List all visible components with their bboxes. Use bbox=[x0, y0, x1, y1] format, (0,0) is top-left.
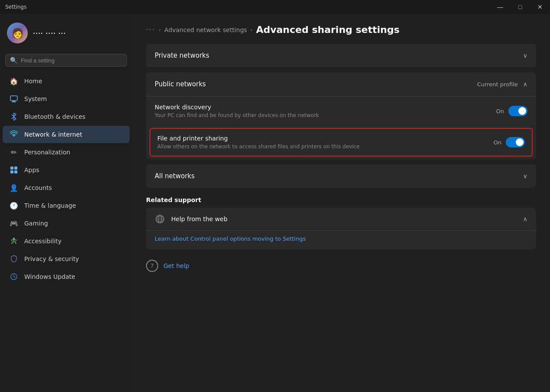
sidebar-item-time[interactable]: 🕐 Time & language bbox=[3, 197, 130, 214]
privacy-icon bbox=[10, 255, 18, 263]
related-support-title: Related support bbox=[146, 196, 536, 203]
network-discovery-info: Network discovery Your PC can find and b… bbox=[155, 104, 319, 118]
all-networks-header[interactable]: All networks ∨ bbox=[146, 164, 536, 188]
related-support: Related support Hel bbox=[146, 196, 536, 279]
sidebar-label-personalization: Personalization bbox=[24, 149, 70, 156]
accessibility-icon bbox=[10, 237, 18, 245]
profile-info: ···· ···· ··· bbox=[33, 30, 66, 36]
network-icon bbox=[10, 130, 18, 139]
help-from-web-link[interactable]: Learn about Control panel options moving… bbox=[155, 235, 306, 242]
sidebar-label-gaming: Gaming bbox=[24, 220, 48, 227]
title-bar-left: Settings bbox=[5, 4, 26, 10]
private-networks-header[interactable]: Private networks ∨ bbox=[146, 44, 536, 67]
private-networks-section: Private networks ∨ bbox=[146, 44, 536, 67]
sidebar-label-update: Windows Update bbox=[24, 273, 75, 280]
sidebar-label-privacy: Privacy & security bbox=[24, 255, 79, 262]
apps-icon bbox=[10, 166, 18, 174]
help-from-web-header-left: Help from the web bbox=[155, 214, 228, 224]
sidebar-label-home: Home bbox=[24, 78, 42, 85]
sidebar-item-network[interactable]: Network & internet bbox=[3, 126, 130, 143]
sidebar-item-home[interactable]: 🏠 Home bbox=[3, 72, 130, 90]
sidebar-label-apps: Apps bbox=[24, 167, 39, 173]
svg-point-7 bbox=[13, 238, 15, 239]
accounts-icon: 👤 bbox=[10, 183, 18, 192]
network-discovery-desc: Your PC can find and be found by other d… bbox=[155, 112, 319, 118]
file-sharing-wrapper: File and printer sharing Allow others on… bbox=[146, 125, 536, 159]
sidebar-item-personalization[interactable]: ✏ Personalization bbox=[3, 144, 130, 161]
all-networks-chevron-icon: ∨ bbox=[523, 173, 527, 180]
update-icon bbox=[10, 272, 18, 281]
get-help-icon: ? bbox=[146, 260, 158, 272]
search-container: 🔍 bbox=[0, 50, 132, 72]
network-discovery-title: Network discovery bbox=[155, 104, 319, 111]
gaming-icon: 🎮 bbox=[10, 219, 18, 228]
sidebar-item-privacy[interactable]: Privacy & security bbox=[3, 250, 130, 268]
svg-rect-5 bbox=[10, 170, 13, 173]
sidebar-nav: 🏠 Home System B bbox=[0, 72, 132, 286]
title-bar: Settings — □ ✕ bbox=[0, 0, 550, 14]
app-title: Settings bbox=[5, 4, 26, 10]
file-sharing-title: File and printer sharing bbox=[157, 135, 360, 142]
public-networks-chevron-icon: ∧ bbox=[523, 81, 527, 88]
public-networks-header-right: Current profile ∧ bbox=[477, 81, 527, 88]
all-networks-section: All networks ∨ bbox=[146, 164, 536, 188]
breadcrumb: ··· › Advanced network settings › Advanc… bbox=[146, 24, 536, 35]
file-sharing-row-highlighted: File and printer sharing Allow others on… bbox=[150, 128, 533, 157]
get-help-label[interactable]: Get help bbox=[163, 262, 189, 269]
help-from-web-header[interactable]: Help from the web ∧ bbox=[146, 208, 536, 230]
search-icon: 🔍 bbox=[10, 57, 17, 64]
sidebar-label-bluetooth: Bluetooth & devices bbox=[24, 113, 85, 120]
minimize-button[interactable]: — bbox=[490, 0, 510, 14]
private-networks-chevron-icon: ∨ bbox=[523, 52, 527, 59]
get-help-row[interactable]: ? Get help bbox=[146, 253, 536, 279]
all-networks-label: All networks bbox=[155, 172, 195, 180]
sidebar-item-accounts[interactable]: 👤 Accounts bbox=[3, 179, 130, 196]
close-button[interactable]: ✕ bbox=[530, 0, 550, 14]
system-icon bbox=[10, 95, 18, 103]
sidebar-item-gaming[interactable]: 🎮 Gaming bbox=[3, 215, 130, 232]
breadcrumb-separator1: › bbox=[159, 27, 161, 33]
sidebar-label-accounts: Accounts bbox=[24, 184, 52, 191]
svg-rect-6 bbox=[14, 170, 17, 173]
sidebar-item-update[interactable]: Windows Update bbox=[3, 268, 130, 285]
time-icon: 🕐 bbox=[10, 201, 18, 210]
sidebar-item-accessibility[interactable]: Accessibility bbox=[3, 232, 130, 250]
sidebar-label-system: System bbox=[24, 95, 47, 102]
current-profile-label: Current profile bbox=[477, 81, 518, 88]
sidebar-profile: 🧑 ···· ···· ··· bbox=[0, 14, 132, 50]
svg-rect-4 bbox=[14, 167, 17, 170]
network-discovery-row: Network discovery Your PC can find and b… bbox=[146, 96, 536, 125]
title-bar-controls: — □ ✕ bbox=[490, 0, 550, 14]
private-networks-label: Private networks bbox=[155, 52, 209, 59]
sidebar-label-accessibility: Accessibility bbox=[24, 238, 62, 245]
breadcrumb-separator2: › bbox=[251, 27, 253, 33]
breadcrumb-parent-link[interactable]: Advanced network settings bbox=[164, 26, 247, 33]
main-content: ··· › Advanced network settings › Advanc… bbox=[132, 14, 550, 392]
file-sharing-control: On bbox=[494, 137, 525, 147]
public-networks-header[interactable]: Public networks Current profile ∧ bbox=[146, 72, 536, 96]
file-sharing-toggle[interactable] bbox=[506, 137, 525, 147]
search-box[interactable]: 🔍 bbox=[5, 54, 127, 67]
maximize-button[interactable]: □ bbox=[510, 0, 530, 14]
file-sharing-info: File and printer sharing Allow others on… bbox=[157, 135, 360, 150]
help-from-web-chevron-icon: ∧ bbox=[523, 216, 527, 222]
network-discovery-toggle[interactable] bbox=[508, 106, 527, 116]
sidebar-item-apps[interactable]: Apps bbox=[3, 161, 130, 179]
search-input[interactable] bbox=[21, 57, 122, 64]
page-title: Advanced sharing settings bbox=[256, 24, 400, 35]
sidebar-item-system[interactable]: System bbox=[3, 90, 130, 108]
sidebar-label-time: Time & language bbox=[24, 202, 76, 209]
avatar: 🧑 bbox=[7, 23, 28, 43]
public-networks-section: Public networks Current profile ∧ Networ… bbox=[146, 72, 536, 159]
help-from-web-label: Help from the web bbox=[171, 216, 228, 222]
network-discovery-control: On bbox=[496, 106, 527, 116]
file-sharing-state: On bbox=[494, 139, 501, 146]
sidebar: 🧑 ···· ···· ··· 🔍 🏠 Home bbox=[0, 14, 132, 392]
bluetooth-icon bbox=[10, 112, 18, 121]
sidebar-item-bluetooth[interactable]: Bluetooth & devices bbox=[3, 108, 130, 125]
profile-name: ···· ···· ··· bbox=[33, 30, 66, 36]
public-networks-label: Public networks bbox=[155, 80, 206, 88]
network-discovery-state: On bbox=[496, 108, 504, 114]
svg-rect-0 bbox=[10, 96, 17, 101]
breadcrumb-dots[interactable]: ··· bbox=[146, 26, 155, 34]
